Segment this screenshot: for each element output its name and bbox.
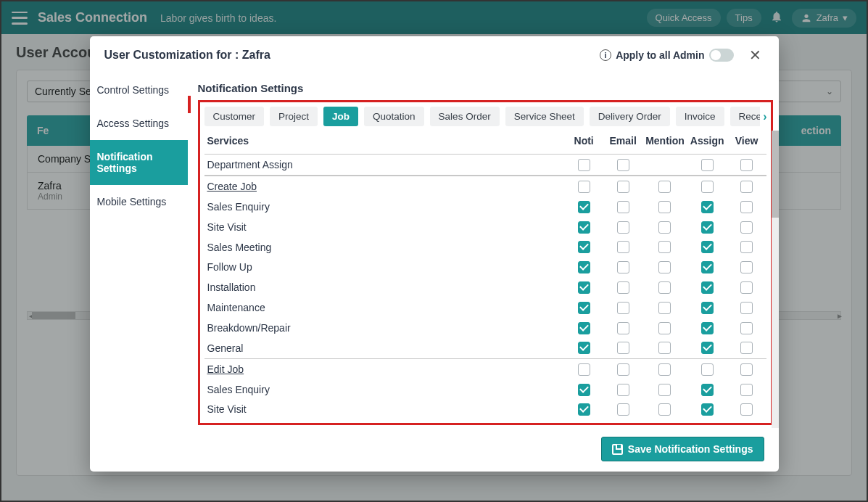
checkbox[interactable] [740, 363, 753, 376]
checkbox[interactable] [658, 342, 671, 354]
checkbox[interactable] [701, 261, 714, 273]
tab-job[interactable]: Job [323, 107, 358, 126]
checkbox[interactable] [701, 241, 714, 253]
checkbox[interactable] [578, 302, 590, 314]
checkbox[interactable] [617, 159, 629, 171]
highlighted-region: CustomerProjectJobQuotationSales OrderSe… [198, 100, 773, 425]
service-label: Sales Enquiry [204, 197, 565, 217]
checkbox[interactable] [701, 221, 714, 234]
checkbox[interactable] [578, 181, 590, 193]
checkbox[interactable] [578, 403, 590, 416]
column-header-mention: Mention [642, 131, 687, 155]
checkbox[interactable] [658, 384, 671, 396]
checkbox[interactable] [658, 201, 671, 213]
table-row: Follow Up [204, 257, 766, 277]
checkbox[interactable] [658, 363, 671, 376]
modal-sidebar: Control SettingsAccess SettingsNotificat… [90, 73, 188, 429]
tab-project[interactable]: Project [270, 107, 318, 126]
checkbox[interactable] [617, 363, 629, 376]
checkbox[interactable] [578, 342, 590, 354]
checkbox[interactable] [740, 241, 753, 253]
checkbox[interactable] [578, 261, 590, 273]
sidebar-item-mobile-settings[interactable]: Mobile Settings [90, 185, 188, 218]
checkbox[interactable] [740, 302, 753, 314]
checkbox[interactable] [578, 221, 590, 234]
checkbox[interactable] [701, 181, 714, 193]
checkbox[interactable] [740, 384, 753, 396]
checkbox[interactable] [578, 241, 590, 253]
checkbox[interactable] [617, 181, 629, 193]
checkbox[interactable] [578, 281, 590, 294]
checkbox[interactable] [578, 363, 590, 376]
checkbox[interactable] [701, 342, 714, 354]
checkbox[interactable] [578, 159, 590, 171]
checkbox[interactable] [658, 261, 671, 273]
checkbox[interactable] [658, 322, 671, 334]
toggle[interactable] [709, 49, 734, 62]
service-label: Site Visit [204, 400, 565, 420]
checkbox[interactable] [740, 181, 753, 193]
checkbox[interactable] [658, 181, 671, 193]
checkbox[interactable] [740, 342, 753, 354]
checkbox[interactable] [740, 221, 753, 234]
table-row: General [204, 338, 766, 358]
notification-settings-table: ServicesNotiEmailMentionAssignView Depar… [204, 131, 766, 419]
checkbox[interactable] [578, 201, 590, 213]
checkbox[interactable] [701, 363, 714, 376]
sidebar-item-access-settings[interactable]: Access Settings [90, 107, 188, 140]
section-header[interactable]: Edit Job [207, 363, 244, 375]
notification-table-scroll[interactable]: ServicesNotiEmailMentionAssignView Depar… [200, 131, 771, 423]
checkbox[interactable] [740, 261, 753, 273]
tab-customer[interactable]: Customer [204, 107, 265, 126]
info-icon: i [600, 49, 611, 61]
checkbox[interactable] [578, 322, 590, 334]
table-row: Sales Meeting [204, 237, 766, 258]
tab-service-sheet[interactable]: Service Sheet [505, 107, 584, 126]
checkbox[interactable] [617, 261, 629, 273]
checkbox[interactable] [701, 281, 714, 294]
user-customization-modal: User Customization for : Zafra i Apply t… [90, 36, 779, 472]
checkbox[interactable] [617, 201, 629, 213]
sidebar-item-notification-settings[interactable]: Notification Settings [90, 140, 188, 185]
checkbox[interactable] [701, 159, 714, 171]
checkbox[interactable] [658, 281, 671, 294]
checkbox[interactable] [617, 322, 629, 334]
checkbox[interactable] [617, 342, 629, 354]
checkbox[interactable] [701, 302, 714, 314]
checkbox[interactable] [740, 403, 753, 416]
column-header-email: Email [603, 131, 642, 155]
checkbox[interactable] [658, 221, 671, 234]
checkbox[interactable] [617, 403, 629, 416]
sidebar-item-control-settings[interactable]: Control Settings [90, 73, 188, 107]
checkbox[interactable] [658, 403, 671, 416]
save-notification-settings-button[interactable]: Save Notification Settings [601, 437, 764, 461]
tabs-scroll-right[interactable]: › [760, 106, 771, 128]
tab-delivery-order[interactable]: Delivery Order [590, 107, 670, 126]
tab-invoice[interactable]: Invoice [676, 107, 724, 126]
checkbox[interactable] [701, 384, 714, 396]
apply-to-all-admin-toggle[interactable]: i Apply to all Admin [600, 49, 733, 62]
checkbox[interactable] [617, 281, 629, 294]
checkbox[interactable] [740, 322, 753, 334]
checkbox[interactable] [658, 241, 671, 253]
checkbox[interactable] [740, 159, 753, 171]
tab-quotation[interactable]: Quotation [364, 107, 424, 126]
checkbox[interactable] [617, 302, 629, 314]
checkbox[interactable] [740, 281, 753, 294]
service-label: Site Visit [204, 217, 565, 237]
checkbox[interactable] [701, 201, 714, 213]
checkbox[interactable] [617, 221, 629, 234]
modal-vertical-scrollbar[interactable] [772, 131, 779, 428]
checkbox[interactable] [617, 384, 629, 396]
checkbox[interactable] [578, 384, 590, 396]
checkbox[interactable] [701, 403, 714, 416]
checkbox[interactable] [617, 241, 629, 253]
section-header[interactable]: Create Job [207, 181, 257, 192]
tab-sales-order[interactable]: Sales Order [430, 107, 500, 126]
service-label: General [204, 338, 565, 358]
table-row: Maintenance [204, 297, 766, 318]
close-icon[interactable]: ✕ [747, 46, 764, 64]
checkbox[interactable] [701, 322, 714, 334]
checkbox[interactable] [740, 201, 753, 213]
checkbox[interactable] [658, 302, 671, 314]
